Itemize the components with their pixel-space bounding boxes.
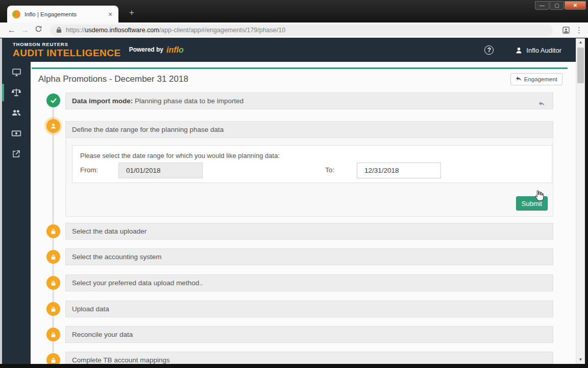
powered-by: Powered by inflo [129, 46, 184, 55]
tab-close-icon[interactable]: × [106, 10, 114, 18]
lock-icon [46, 250, 60, 264]
help-icon[interactable]: ? [484, 45, 494, 55]
step-date-range-header[interactable]: Define the date range for the planning p… [65, 121, 553, 138]
lock-icon [46, 353, 60, 364]
page-scrollbar[interactable]: ▲ ▼ [576, 38, 585, 364]
sidebar-item-engagements[interactable] [2, 82, 31, 103]
brand-logo: THOMSON REUTERS AUDIT INTELLIGENCE [13, 41, 121, 59]
to-label: To: [325, 166, 334, 174]
maximize-button[interactable]: ▢ [550, 1, 564, 10]
inflo-logo: inflo [166, 47, 184, 53]
main-content: Alpha Promotions - December 31 2018 Enga… [31, 62, 576, 364]
active-user-icon [46, 119, 60, 133]
people-icon [11, 108, 21, 118]
window-controls: — ▢ ✕ [534, 1, 586, 10]
monitor-icon [12, 67, 21, 77]
lock-icon [46, 224, 60, 238]
tab-title: Inflo | Engagements [24, 11, 106, 17]
app-header: THOMSON REUTERS AUDIT INTELLIGENCE Power… [2, 38, 576, 62]
sidebar-nav [2, 62, 31, 364]
date-range-panel: Please select the date range for which y… [65, 139, 553, 217]
browser-window: Inflo | Engagements × + — ▢ ✕ ← → https:… [0, 0, 588, 368]
to-date-input[interactable] [357, 163, 441, 178]
step-locked[interactable]: Select the data uploader [65, 223, 553, 240]
sidebar-item-billing[interactable] [2, 123, 31, 144]
inflo-favicon-icon [12, 10, 20, 18]
close-button[interactable]: ✕ [565, 1, 586, 10]
brand-thomson-reuters: THOMSON REUTERS [13, 41, 121, 47]
step-data-import-mode[interactable]: Data import mode: Planning phase data to… [65, 93, 553, 109]
address-bar[interactable]: https://usdemo.inflosoftware.com/app-cli… [50, 25, 553, 36]
brand-audit-intelligence: AUDIT INTELLIGENCE [13, 48, 121, 59]
refresh-icon[interactable] [32, 25, 45, 35]
page-title: Alpha Promotions - December 31 2018 [38, 74, 188, 84]
back-icon[interactable]: ← [5, 26, 18, 35]
window-titlebar: Inflo | Engagements × + — ▢ ✕ [0, 0, 588, 22]
profile-icon[interactable] [562, 26, 570, 34]
banknote-icon [11, 128, 21, 139]
user-icon [515, 47, 523, 54]
step-locked[interactable]: Reconcile your data [65, 326, 553, 343]
sidebar-item-team[interactable] [2, 103, 31, 123]
engagement-button[interactable]: Engagement [510, 73, 562, 85]
window-bottom-border [0, 364, 588, 368]
date-range-prompt: Please select the date range for which y… [80, 152, 280, 159]
mouse-cursor [533, 190, 544, 204]
accent-divider [32, 67, 568, 69]
scales-icon [11, 87, 21, 98]
padlock-icon [56, 27, 62, 33]
from-date-input[interactable] [118, 163, 203, 178]
browser-toolbar: ← → https://usdemo.inflosoftware.com/app… [0, 22, 588, 38]
user-name: Inflo Auditor [526, 47, 561, 54]
lock-icon [46, 276, 60, 290]
check-icon [46, 94, 60, 107]
page-viewport: THOMSON REUTERS AUDIT INTELLIGENCE Power… [0, 38, 588, 364]
step-locked[interactable]: Select your preferred data upload method… [65, 274, 553, 291]
scroll-up-icon[interactable]: ▲ [576, 38, 585, 47]
forward-icon[interactable]: → [18, 26, 32, 35]
external-link-icon [12, 149, 21, 158]
date-range-form: Please select the date range for which y… [72, 145, 552, 183]
back-arrow-icon [516, 76, 522, 82]
scrollbar-thumb[interactable] [577, 48, 584, 83]
browser-tab[interactable]: Inflo | Engagements × [7, 6, 118, 22]
new-tab-button[interactable]: + [126, 7, 138, 19]
step-locked[interactable]: Select the accounting system [65, 248, 553, 265]
step-locked[interactable]: Complete TB account mappings [65, 352, 553, 364]
sidebar-item-dashboard[interactable] [2, 62, 31, 82]
url-text: https://usdemo.inflosoftware.com/app-cli… [66, 27, 285, 34]
browser-menu-icon[interactable]: ⋮ [575, 26, 583, 35]
scroll-down-icon[interactable]: ▼ [576, 356, 585, 364]
window-right-border [585, 38, 588, 364]
lock-icon [46, 328, 60, 341]
undo-icon[interactable] [537, 98, 546, 113]
from-label: From: [80, 166, 98, 174]
lock-icon [46, 302, 60, 316]
minimize-button[interactable]: — [535, 1, 549, 10]
step-locked[interactable]: Upload data [65, 301, 553, 317]
user-menu[interactable]: Inflo Auditor [515, 47, 561, 54]
sidebar-item-external[interactable] [2, 144, 31, 164]
